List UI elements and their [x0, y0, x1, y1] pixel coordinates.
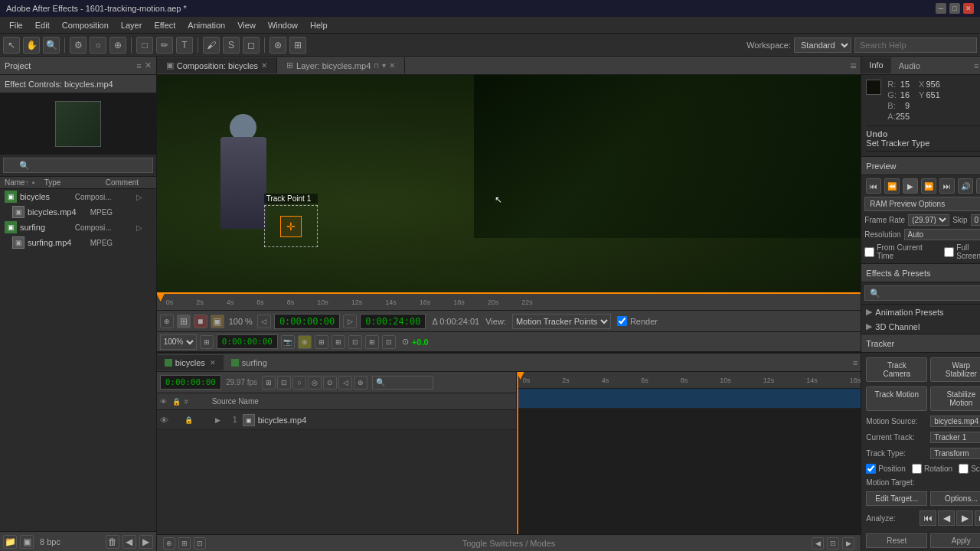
timecode-current[interactable]: 0:00:00:00	[217, 334, 278, 349]
timecode-end-display[interactable]: 0:00:24:00	[360, 314, 426, 329]
options-btn[interactable]: Options...	[930, 491, 980, 506]
layer-timecode[interactable]: 0:00:00:00	[160, 375, 221, 390]
timeline-btn-4[interactable]: ◀	[812, 537, 824, 549]
skip-select[interactable]: 0	[971, 214, 980, 226]
info-tab-info[interactable]: Info	[861, 57, 890, 73]
menu-view[interactable]: View	[231, 19, 262, 31]
track-type-select[interactable]: Transform	[930, 448, 980, 459]
analyze-forward-end[interactable]: ⏭	[975, 510, 980, 526]
timeline-btn-6[interactable]: ▶	[842, 537, 854, 549]
delete-btn[interactable]: 🗑	[106, 535, 119, 549]
tool-camera[interactable]: ⚙	[70, 37, 87, 54]
layer-lock-1[interactable]: 🔒	[185, 416, 197, 424]
snap-btn[interactable]: 📷	[281, 335, 295, 349]
effects-search-input[interactable]	[864, 285, 980, 301]
resolution-select[interactable]: Auto	[904, 229, 980, 240]
menu-window[interactable]: Window	[262, 19, 304, 31]
layer-tab-close[interactable]: ▾	[382, 61, 386, 70]
position-checkbox[interactable]	[866, 464, 876, 474]
analyze-backward[interactable]: ◀	[938, 510, 955, 526]
project-item-surfing[interactable]: ▣ surfing Composi... ▷	[0, 220, 156, 235]
new-folder-btn[interactable]: 📁	[3, 535, 17, 549]
layer-eye-header[interactable]: 👁	[160, 398, 172, 406]
viewer-menu-btn[interactable]: ≡	[850, 60, 856, 72]
effects-item-3d-channel[interactable]: ▶ 3D Channel	[861, 319, 980, 334]
layer-tab-x[interactable]: ✕	[389, 61, 395, 70]
bicycles-add-btn[interactable]: ▷	[136, 193, 152, 201]
layer-tool-3[interactable]: ○	[292, 376, 306, 390]
reset-btn[interactable]: Reset	[866, 533, 927, 548]
label-icon[interactable]: ▪	[32, 178, 44, 187]
playback-ctrl-2[interactable]: ⊞	[177, 315, 191, 328]
rotation-checkbox[interactable]	[912, 464, 922, 474]
from-current-checkbox[interactable]	[864, 247, 874, 257]
menu-composition[interactable]: Composition	[56, 19, 115, 31]
apply-btn[interactable]: Apply	[930, 533, 980, 548]
view-select[interactable]: Motion Tracker Points	[512, 314, 611, 329]
transport-next-last[interactable]: ⏭	[939, 178, 955, 194]
playback-toggle-out[interactable]: ▷	[343, 315, 357, 328]
menu-animation[interactable]: Animation	[181, 19, 231, 31]
project-item-bicycles[interactable]: ▣ bicycles Composi... ▷	[0, 189, 156, 204]
analyze-forward[interactable]: ▶	[956, 510, 973, 526]
zoom-fit-btn[interactable]: ⊞	[200, 335, 214, 349]
toggle-btn[interactable]: ⊞	[315, 335, 328, 349]
track-camera-btn[interactable]: Track Camera	[866, 357, 927, 382]
color-btn[interactable]: ⊕	[298, 335, 312, 349]
transport-audio[interactable]: 🔊	[958, 178, 973, 194]
scale-checkbox[interactable]	[959, 464, 969, 474]
warp-stabilizer-btn[interactable]: Warp Stabilizer	[930, 357, 980, 382]
info-panel-menu[interactable]: ≡	[969, 61, 980, 70]
toggle-switches-label[interactable]: Toggle Switches / Modes	[462, 539, 556, 548]
maximize-button[interactable]: □	[949, 3, 960, 14]
tool-roto[interactable]: ⊛	[270, 37, 286, 54]
layer-tool-4[interactable]: ◎	[308, 376, 322, 390]
render-checkbox[interactable]	[617, 316, 627, 326]
new-comp-btn[interactable]: ▣	[20, 535, 34, 549]
tool-text[interactable]: T	[176, 37, 193, 54]
project-item-surfing-mp4[interactable]: ▣ surfing.mp4 MPEG	[0, 235, 156, 250]
project-panel-menu[interactable]: ≡	[136, 61, 141, 70]
transport-play-stop[interactable]: ▶	[903, 178, 918, 194]
tool-orbit[interactable]: ○	[90, 37, 106, 54]
timeline-btn-3[interactable]: ⊡	[194, 537, 206, 549]
track-point-1[interactable]: Track Point 1 ✛	[264, 194, 318, 247]
surfing-add-btn[interactable]: ▷	[136, 223, 152, 232]
layer-lock-header[interactable]: 🔒	[172, 398, 185, 406]
layer-search-input[interactable]	[372, 376, 433, 390]
close-button[interactable]: ✕	[963, 3, 974, 14]
tool-zoom[interactable]: 🔍	[43, 37, 60, 54]
channels-btn[interactable]: ⊞	[365, 335, 379, 349]
menu-help[interactable]: Help	[304, 19, 334, 31]
timeline-btn-5[interactable]: ⊡	[827, 537, 839, 549]
keyframe-track-1[interactable]	[517, 389, 861, 409]
timecode-display[interactable]: 0:00:00:00	[274, 314, 340, 329]
tool-eraser[interactable]: ◻	[243, 37, 260, 54]
transport-loop[interactable]: ⟳	[976, 178, 980, 194]
layer-tool-7[interactable]: ⊛	[354, 376, 368, 390]
effects-item-animation-presets[interactable]: ▶ Animation Presets	[861, 305, 980, 319]
analyze-backward-end[interactable]: ⏮	[920, 510, 936, 526]
project-panel-close[interactable]: ✕	[145, 60, 152, 70]
tool-pan[interactable]: ⊕	[109, 37, 126, 54]
minimize-button[interactable]: ─	[936, 3, 946, 14]
search-help-input[interactable]	[854, 37, 977, 53]
layer-tool-6[interactable]: ◁	[338, 376, 352, 390]
render-q-btn[interactable]: ⊡	[382, 335, 396, 349]
track-motion-btn[interactable]: Track Motion	[866, 386, 927, 411]
rulers-btn[interactable]: ⊡	[348, 335, 362, 349]
tool-puppet[interactable]: ⊞	[289, 37, 306, 54]
tool-rect[interactable]: □	[136, 37, 153, 54]
transport-prev-frame[interactable]: ⏪	[884, 178, 900, 194]
tool-pen[interactable]: ✏	[156, 37, 173, 54]
layer-tool-5[interactable]: ⊙	[323, 376, 337, 390]
menu-layer[interactable]: Layer	[115, 19, 149, 31]
playback-ctrl-1[interactable]: ⊕	[160, 315, 174, 328]
playback-toggle-in[interactable]: ◁	[257, 315, 271, 328]
stabilize-motion-btn[interactable]: Stabilize Motion	[930, 386, 980, 411]
workspace-select[interactable]: Standard	[794, 37, 851, 53]
menu-edit[interactable]: Edit	[29, 19, 56, 31]
frame-rate-select[interactable]: (29.97)	[908, 214, 949, 226]
playback-ctrl-4[interactable]: ▣	[211, 315, 224, 328]
prev-btn[interactable]: ◀	[122, 535, 136, 549]
